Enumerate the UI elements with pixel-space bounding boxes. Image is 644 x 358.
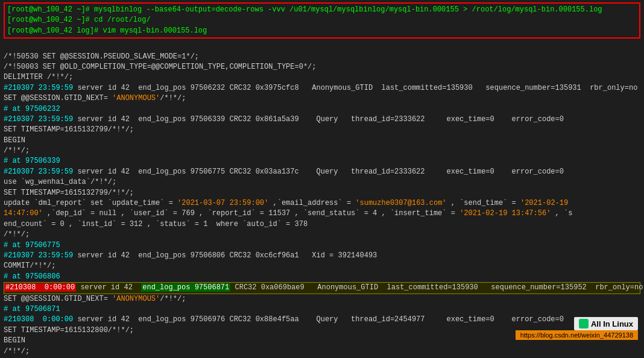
blank-line [4, 41, 640, 51]
at-97506775: # at 97506775 [4, 240, 640, 251]
cmd-line-2: [root@wh_100_42 ~]# cd /root/log/ [7, 15, 637, 25]
highlighted-endlog: end_log_pos 97506871 [141, 283, 230, 292]
watermark-brand: All In Linux [574, 317, 638, 330]
delim-2: /*!*/; [4, 230, 640, 240]
watermark-brand-text: All In Linux [591, 319, 633, 328]
update-line-2: 14:47:00' ,`dep_id` = null , `user_id` =… [4, 209, 640, 219]
update-line-3: end_count` = 0 , `inst_id` = 312 , `stat… [4, 219, 640, 230]
highlight-gtid-row: #210308 0:00:00 server id 42 end_log_pos… [4, 282, 640, 294]
gtid-next-1: SET @@SESSION.GTID_NEXT= 'ANONYMOUS'/*!*… [4, 93, 640, 104]
query-entry-1: #210307 23:59:59 server id 42 end_log_po… [4, 115, 640, 125]
at-97506871: # at 97506871 [4, 304, 640, 315]
highlighted-time: #210308 0:00:00 [4, 283, 76, 292]
old-completion-line: /*!50003 SET @OLD_COMPLETION_TYPE=@@COMP… [4, 62, 640, 72]
delim-1: /*!*/; [4, 146, 640, 156]
update-line-1: update `dml_report` set `update_time` = … [4, 198, 640, 209]
delimiter-line: DELIMITER /*!*/; [4, 72, 640, 83]
commit-line: COMMIT/*!*/; [4, 261, 640, 271]
cmd-line-3: [root@wh_100_42 log]# vim mysql-bin.0001… [7, 26, 637, 36]
set-timestamp-2: SET TIMESTAMP=1615132799/*!*/; [4, 188, 640, 198]
terminal: [root@wh_100_42 ~]# mysqlbinlog --base64… [0, 0, 644, 358]
wechat-icon [579, 319, 589, 328]
pseudo-slave-line: /*!50530 SET @@SESSION.PSEUDO_SLAVE_MODE… [4, 52, 640, 62]
xid-entry: #210307 23:59:59 server id 42 end_log_po… [4, 251, 640, 261]
use-db: use `wg_wenhai_data`/*!*/; [4, 177, 640, 187]
watermark-url: https://blog.csdn.net/weixin_44729138 [516, 330, 638, 340]
at-97506232: # at 97506232 [4, 104, 640, 115]
command-box: [root@wh_100_42 ~]# mysqlbinlog --base64… [4, 2, 640, 39]
begin-1: BEGIN [4, 136, 640, 146]
watermark: All In Linux https://blog.csdn.net/weixi… [516, 317, 638, 340]
query-entry-2: #210307 23:59:59 server id 42 end_log_po… [4, 167, 640, 177]
set-timestamp-1: SET TIMESTAMP=1615132799/*!*/; [4, 125, 640, 135]
gtid-next-2: SET @@SESSION.GTID_NEXT= 'ANONYMOUS'/*!*… [4, 294, 640, 304]
at-97506339: # at 97506339 [4, 156, 640, 166]
at-97506806: # at 97506806 [4, 272, 640, 282]
cmd-line-1: [root@wh_100_42 ~]# mysqlbinlog --base64… [7, 5, 637, 15]
delim-3: /*!*/; [4, 347, 640, 357]
gtid-entry-1: #210307 23:59:59 server id 42 end_log_po… [4, 83, 640, 93]
